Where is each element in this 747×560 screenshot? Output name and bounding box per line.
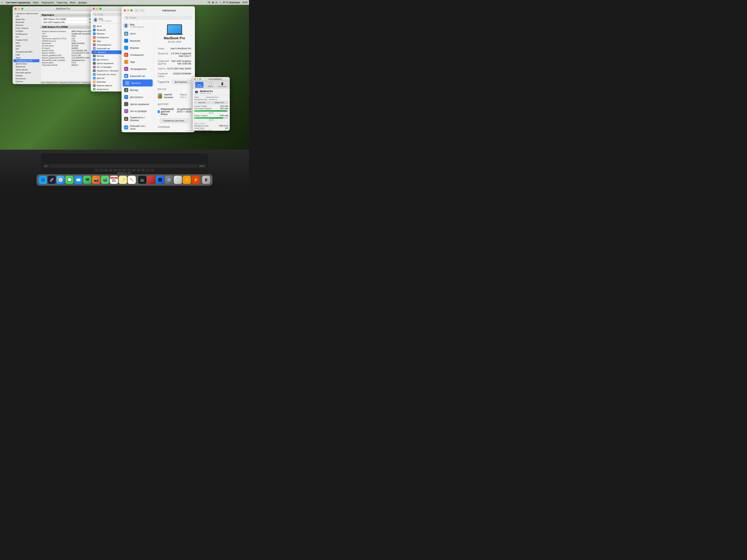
sidebar-item-pci[interactable]: PCI: [12, 35, 40, 38]
sidebar-item-spi[interactable]: SPI: [12, 47, 40, 50]
key-1[interactable]: 1: [99, 169, 103, 172]
dock-diskutil[interactable]: 💿: [174, 176, 182, 184]
dock-music[interactable]: 🎵: [147, 176, 155, 184]
sidebar-item-audio[interactable]: Аудіо: [12, 56, 40, 59]
dock-calendar[interactable]: ПН21: [110, 176, 118, 184]
sidebar-screentime[interactable]: ⏰ Екранний час: [122, 73, 154, 79]
sysprefs-signin[interactable]: 👤 Вхід зі своїм Apple ID: [91, 17, 124, 23]
touchbar[interactable]: [50, 164, 197, 168]
menubar-wifi[interactable]: ⊙: [215, 1, 217, 4]
dock-finder[interactable]: 🔵: [39, 176, 47, 184]
apple-menu[interactable]: : [1, 1, 2, 4]
sidebar-siri[interactable]: 🔍 Siri та Spotlight: [122, 108, 154, 115]
fullscreen-button[interactable]: [21, 7, 23, 10]
sidebar-desktop-dock[interactable]: 🖥 Робочий стіл і Dock: [122, 123, 154, 131]
sysprefs-item-controlcenter[interactable]: 🎮 Центр керування: [91, 61, 124, 65]
sidebar-network[interactable]: 🌐 Мережа: [122, 44, 154, 51]
menubar-help[interactable]: Довідка: [78, 1, 87, 4]
sysprefs-item-screentime[interactable]: ⏰ Екранний час: [91, 47, 124, 50]
key-4[interactable]: 4: [113, 169, 117, 172]
sidebar-privacy[interactable]: 🔒 Приватність і безпека: [122, 115, 154, 123]
menubar-file[interactable]: Файл: [33, 1, 39, 4]
sidebar-sound[interactable]: 🔊 Звук: [122, 58, 154, 65]
sysprefs-item-general[interactable]: ⚙️ Загальні: [92, 50, 123, 54]
close-button-2[interactable]: [93, 7, 95, 10]
sysprefs-item-notifications[interactable]: 🔔 Сповіщення: [91, 35, 124, 39]
key-minus[interactable]: -: [146, 169, 150, 172]
sidebar-item-sata[interactable]: SATA: [12, 45, 40, 47]
sidebar-notifications[interactable]: 🔔 Сповіщення: [122, 51, 154, 58]
dock-notes[interactable]: 📝: [119, 176, 127, 184]
dock-facetime[interactable]: 📹: [101, 176, 109, 184]
sysprefs-item-wallpaper[interactable]: 🖼 Шпалери: [91, 80, 124, 84]
dock-appstore[interactable]: 🅰: [156, 176, 164, 184]
close-button[interactable]: [15, 7, 17, 10]
sidebar-item-bluetooth[interactable]: Bluetooth: [12, 21, 40, 24]
sidebar-item-memory[interactable]: Пам'ять: [12, 80, 40, 83]
sidebar-item-diagnostics[interactable]: Діагностика: [12, 62, 40, 65]
key-8[interactable]: 8: [132, 169, 136, 172]
sidebar-item-power[interactable]: Живлення: [12, 65, 40, 68]
menubar-view[interactable]: Перегляд: [56, 1, 67, 4]
dock-tv[interactable]: 📺: [138, 176, 146, 184]
menubar-edit[interactable]: Редагувати: [41, 1, 54, 4]
sidebar-item-graphics[interactable]: Графіка/дисплей: [14, 59, 40, 62]
dock-bolt2[interactable]: ⚡: [191, 176, 200, 184]
fullscreen-button-4[interactable]: [199, 78, 201, 80]
key-0[interactable]: 0: [141, 169, 145, 172]
sidebar-item-thunderbolt[interactable]: Thunderbolt/USB4: [12, 50, 40, 53]
key-5[interactable]: 5: [118, 169, 122, 172]
dock-sysprefs[interactable]: ⚙️: [165, 176, 173, 184]
sysprefs-search[interactable]: 🔍 Пошук: [92, 12, 123, 16]
sidebar-item-applepay[interactable]: Apple Pay: [12, 18, 40, 21]
sysprefs-item-appearance[interactable]: 🖥 Вигляд: [91, 54, 124, 58]
sysprefs-item-network[interactable]: 🌐 Мережа: [91, 32, 124, 35]
sidebar-general[interactable]: ⚙️ Загальні: [123, 79, 153, 86]
sysprefs-item-focus[interactable]: 🎯 Зосередження: [91, 43, 124, 47]
sidebar-controlcenter[interactable]: 🎮 Центр керування: [122, 101, 154, 108]
sidebar-signin[interactable]: 👤 Вхід зі своїм Apple ID: [122, 22, 154, 29]
warranty-button[interactable]: Докладніше...: [172, 80, 191, 84]
dock-messages[interactable]: 💬: [66, 176, 74, 184]
display-params-button[interactable]: Параметри дисплею...: [160, 118, 189, 123]
sysprefs-item-siri[interactable]: 🔍 Siri та Spotlight: [91, 65, 124, 69]
sysprefs-item-bluetooth[interactable]: 🔵 Bluetooth ›: [91, 28, 124, 32]
key-2[interactable]: 2: [104, 169, 108, 172]
menubar-search-icon[interactable]: 🔍: [219, 1, 222, 4]
back-button[interactable]: ‹: [134, 9, 139, 12]
sidebar-item-camera[interactable]: Камера: [12, 74, 40, 77]
mac-info-button[interactable]: Mac Info...: [194, 101, 211, 104]
tab-history[interactable]: 📋 History: [207, 82, 214, 88]
sidebar-item-usb[interactable]: USB: [12, 53, 40, 56]
sidebar-wifi[interactable]: 📶 Wi-Fi: [122, 30, 154, 37]
minimize-button-4[interactable]: [197, 78, 198, 80]
minimize-button-3[interactable]: [127, 9, 129, 11]
fullscreen-button-3[interactable]: [130, 9, 133, 11]
sidebar-item-nvme[interactable]: NVMExpress: [12, 33, 40, 35]
sidebar-focus[interactable]: 🎯 Зосередження: [122, 65, 154, 73]
sidebar-item-parallelscsi[interactable]: Parallel SCSI: [12, 38, 40, 42]
sysprefs-item-privacy[interactable]: 🔒 Приватність і безпека: [91, 69, 124, 73]
dock-safari[interactable]: 🧭: [56, 176, 65, 184]
sysprefs-item-wifi[interactable]: 📶 Wi-Fi: [91, 24, 124, 28]
close-button-4[interactable]: [194, 78, 196, 80]
sidebar-item-discs[interactable]: Запис дисків: [12, 68, 40, 71]
sysprefs-item-battery[interactable]: 🔋 Акумулятор: [91, 87, 124, 91]
sidebar-item-firewire[interactable]: FireWire: [12, 30, 40, 33]
sidebar-item-fibre[interactable]: Fibre Channel: [12, 27, 40, 30]
dock-bolt1[interactable]: ⚡: [183, 176, 191, 184]
key-esc[interactable]: esc: [43, 164, 49, 168]
key-tilde[interactable]: ~: [95, 169, 99, 172]
sysprefs-item-sound[interactable]: 🔊 Звук: [91, 39, 124, 43]
close-button-3[interactable]: [124, 9, 126, 11]
fullscreen-button-2[interactable]: [99, 7, 102, 10]
sidebar-item-ethernet[interactable]: Ethernet: [12, 24, 40, 27]
sidebar-item-controller[interactable]: Контролер: [12, 77, 40, 80]
sidebar-bluetooth[interactable]: 🔵 Bluetooth ›: [122, 37, 154, 44]
key-9[interactable]: 9: [136, 169, 140, 172]
dock-mail[interactable]: ✉️: [74, 176, 82, 184]
menubar-window[interactable]: Вікно: [70, 1, 76, 4]
dock-freeform[interactable]: ✏️: [128, 176, 136, 184]
dock-photos[interactable]: 📷: [92, 176, 100, 184]
key-7[interactable]: 7: [127, 169, 131, 172]
